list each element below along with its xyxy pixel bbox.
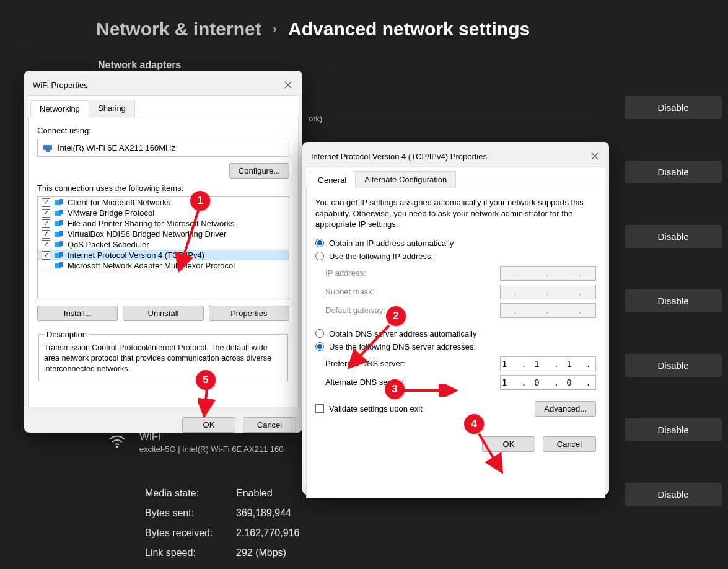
ok-button[interactable]: OK xyxy=(482,436,535,452)
radio-icon xyxy=(315,329,324,338)
list-item-label: VMware Bridge Protocol xyxy=(68,208,154,218)
tab-networking[interactable]: Networking xyxy=(30,100,89,117)
description-text: Transmission Control Protocol/Internet P… xyxy=(44,343,283,374)
svg-rect-2 xyxy=(46,150,50,152)
svg-rect-8 xyxy=(59,220,63,225)
list-item[interactable]: Microsoft Network Adapter Multiplexor Pr… xyxy=(38,260,289,271)
radio-obtain-dns[interactable]: Obtain DNS server address automatically xyxy=(315,329,596,338)
checkbox-icon xyxy=(315,404,324,413)
adapter-name: Intel(R) Wi-Fi 6E AX211 160MHz xyxy=(58,143,175,152)
wifi-stats: Media state:Enabled Bytes sent:369,189,9… xyxy=(145,483,299,563)
uninstall-button[interactable]: Uninstall xyxy=(123,306,203,321)
close-icon[interactable] xyxy=(587,148,603,164)
network-adapter-icon xyxy=(43,144,53,152)
network-item-icon xyxy=(54,251,64,260)
chevron-right-icon: › xyxy=(273,21,277,37)
annotation-badge-2: 2 xyxy=(386,306,406,326)
disable-button[interactable]: Disable xyxy=(625,354,722,377)
wifi-subtitle: excitel-5G | Intel(R) Wi-Fi 6E AX211 160 xyxy=(139,444,283,454)
radio-label: Obtain DNS server address automatically xyxy=(329,329,476,338)
list-item[interactable]: Client for Microsoft Networks xyxy=(38,197,289,208)
list-item[interactable]: Internet Protocol Version 4 (TCP/IPv4) xyxy=(38,250,289,260)
tab-general[interactable]: General xyxy=(309,172,356,188)
install-button[interactable]: Install... xyxy=(37,306,118,321)
tab-alternate[interactable]: Alternate Configuration xyxy=(355,171,456,188)
checkbox-icon[interactable] xyxy=(42,251,50,260)
radio-label: Use the following IP address: xyxy=(329,252,433,261)
stat-val: 292 (Mbps) xyxy=(236,543,286,563)
breadcrumb-parent[interactable]: Network & internet xyxy=(96,19,261,40)
network-item-icon xyxy=(54,219,64,228)
svg-rect-6 xyxy=(59,210,63,214)
annotation-badge-4: 4 xyxy=(464,414,484,434)
radio-use-dns[interactable]: Use the following DNS server addresses: xyxy=(315,342,596,351)
stat-key: Link speed: xyxy=(145,543,236,563)
preferred-dns-label: Preferred DNS server: xyxy=(325,359,405,368)
breadcrumb-current: Advanced network settings xyxy=(288,19,530,40)
disable-button[interactable]: Disable xyxy=(625,483,722,506)
disable-button[interactable]: Disable xyxy=(625,225,722,248)
checkbox-icon[interactable] xyxy=(42,209,50,218)
description-box: Description Transmission Control Protoco… xyxy=(38,330,288,381)
svg-rect-1 xyxy=(43,145,52,150)
properties-button[interactable]: Properties xyxy=(209,306,289,321)
svg-point-0 xyxy=(116,446,118,448)
connect-using-label: Connect using: xyxy=(37,126,289,135)
list-item[interactable]: VMware Bridge Protocol xyxy=(38,208,289,218)
advanced-button[interactable]: Advanced... xyxy=(535,401,596,417)
tcp-description: You can get IP settings assigned automat… xyxy=(315,197,596,230)
list-item-label: Client for Microsoft Networks xyxy=(68,198,170,207)
radio-icon xyxy=(315,239,324,247)
list-item-label: File and Printer Sharing for Microsoft N… xyxy=(68,219,234,228)
description-legend: Description xyxy=(44,330,89,339)
disable-button[interactable]: Disable xyxy=(625,96,722,119)
network-item-icon xyxy=(54,209,64,218)
dialog-title: WiFi Properties xyxy=(33,81,88,90)
network-item-icon xyxy=(54,262,64,270)
stat-key: Bytes sent: xyxy=(145,503,236,523)
list-item-label: Internet Protocol Version 4 (TCP/IPv4) xyxy=(68,250,204,260)
checkbox-icon[interactable] xyxy=(42,240,50,249)
adapter-field[interactable]: Intel(R) Wi-Fi 6E AX211 160MHz xyxy=(37,139,289,157)
validate-checkbox-row[interactable]: Validate settings upon exit xyxy=(315,404,423,413)
checkbox-icon[interactable] xyxy=(42,219,50,228)
svg-rect-14 xyxy=(59,252,63,257)
disable-button[interactable]: Disable xyxy=(625,161,722,183)
cancel-button[interactable]: Cancel xyxy=(543,436,596,452)
breadcrumb: Network & internet › Advanced network se… xyxy=(96,19,728,40)
radio-label: Use the following DNS server addresses: xyxy=(329,342,476,351)
ok-button[interactable]: OK xyxy=(182,417,235,433)
cancel-button[interactable]: Cancel xyxy=(243,417,296,433)
list-item[interactable]: VirtualBox NDIS6 Bridged Networking Driv… xyxy=(38,229,289,239)
svg-rect-12 xyxy=(59,241,63,246)
configure-button[interactable]: Configure... xyxy=(229,163,289,179)
preferred-dns-input[interactable] xyxy=(500,356,596,371)
stat-key: Bytes received: xyxy=(145,523,236,543)
stat-key: Media state: xyxy=(145,483,236,503)
list-item-label: QoS Packet Scheduler xyxy=(68,240,149,249)
list-item[interactable]: File and Printer Sharing for Microsoft N… xyxy=(38,218,289,229)
connection-items-list[interactable]: Client for Microsoft NetworksVMware Brid… xyxy=(37,196,289,299)
tab-sharing[interactable]: Sharing xyxy=(89,100,135,117)
checkbox-icon[interactable] xyxy=(42,230,50,239)
network-item-icon xyxy=(54,230,64,239)
disable-button[interactable]: Disable xyxy=(625,418,722,441)
checkbox-icon[interactable] xyxy=(42,198,50,207)
list-item[interactable]: QoS Packet Scheduler xyxy=(38,239,289,250)
ip-address-input xyxy=(500,266,596,281)
disable-button[interactable]: Disable xyxy=(625,289,722,312)
adapter-disable-column: Disable Disable Disable Disable Disable … xyxy=(625,96,722,506)
alternate-dns-input[interactable] xyxy=(500,375,596,390)
truncated-label: ork) xyxy=(309,114,322,123)
subnet-mask-input xyxy=(500,284,596,299)
list-item-label: Microsoft Network Adapter Multiplexor Pr… xyxy=(68,261,235,270)
annotation-badge-1: 1 xyxy=(190,191,210,211)
ip-address-label: IP address: xyxy=(325,268,366,278)
stat-val: Enabled xyxy=(236,483,273,503)
close-icon[interactable] xyxy=(280,77,296,93)
network-item-icon xyxy=(54,240,64,249)
radio-use-ip[interactable]: Use the following IP address: xyxy=(315,252,596,261)
checkbox-icon[interactable] xyxy=(42,262,50,270)
section-network-adapters: Network adapters xyxy=(98,60,728,71)
radio-obtain-ip[interactable]: Obtain an IP address automatically xyxy=(315,239,596,248)
